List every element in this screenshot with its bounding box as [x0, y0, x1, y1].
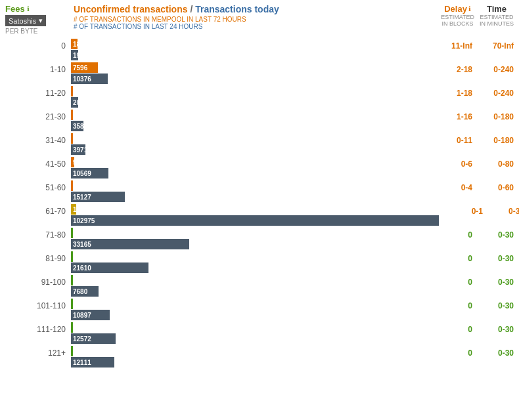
bar-row-top: 543 [71, 133, 428, 144]
chart-row: 91-100 131 7680 0 0-30 [5, 275, 514, 297]
time-value: 0-30 [478, 230, 514, 240]
fee-range-label: 21-30 [5, 110, 71, 121]
bars-container: 325 15127 [71, 180, 428, 202]
time-value: 0-240 [478, 89, 514, 98]
bar-row-top: 1405 [71, 204, 439, 215]
dropdown-arrow-icon: ▾ [39, 16, 43, 25]
bars-container: 7596 10376 [71, 62, 428, 84]
bars-container: 449 2065 [71, 86, 428, 108]
chart-area: 0 1834 1961 11-Inf 70-Inf 1-10 7596 [5, 39, 514, 368]
chart-row: 81-90 255 21610 0 0-30 [5, 251, 514, 273]
bar-row-top: 131 [71, 275, 428, 285]
bars-container: 131 7680 [71, 275, 428, 297]
bar-bottom: 33165 [71, 239, 189, 249]
bar-row-bottom: 3971 [71, 144, 428, 155]
bar-bottom: 1961 [71, 50, 78, 60]
dropdown-label: Satoshis [9, 17, 36, 25]
bar-row-top: 325 [71, 180, 428, 191]
chart-row: 111-120 152 12572 0 0-30 [5, 322, 514, 344]
bar-row-bottom: 12111 [71, 357, 428, 368]
unconfirmed-title: Unconfirmed transactions [74, 4, 187, 14]
fee-range-label: 121+ [5, 346, 71, 358]
fees-label: Fees [5, 4, 25, 14]
fee-range-label: 51-60 [5, 180, 71, 192]
bar-row-top: 237 [71, 346, 428, 356]
bars-container: 633 33165 [71, 228, 428, 249]
fee-range-label: 81-90 [5, 251, 71, 263]
bars-container: 161 10897 [71, 299, 428, 320]
chart-row: 31-40 543 3971 0-11 0-180 [5, 133, 514, 155]
fee-range-label: 11-20 [5, 86, 71, 98]
time-value: 0-180 [478, 136, 514, 145]
chart-row: 1-10 7596 10376 2-18 0-240 [5, 62, 514, 84]
delay-value: 0 [436, 278, 472, 287]
bar-bottom: 21610 [71, 262, 148, 273]
bar-row-bottom: 102975 [71, 215, 439, 226]
bar-row-top: 7596 [71, 62, 428, 73]
time-value: 0-180 [478, 112, 514, 121]
fee-range-label: 1-10 [5, 62, 71, 74]
delay-value: 2-18 [436, 65, 472, 74]
delay-value: 0-1 [447, 207, 483, 216]
bar-bottom: 12572 [71, 333, 116, 344]
bars-container: 1405 102975 [71, 204, 439, 226]
chart-row: 21-30 556 3582 1-16 0-180 [5, 110, 514, 131]
bar-row-bottom: 2065 [71, 97, 428, 108]
time-value: 0-30 [478, 325, 514, 334]
chart-row: 121+ 237 12111 0 0-30 [5, 346, 514, 368]
bars-container: 255 21610 [71, 251, 428, 273]
bar-row-top: 449 [71, 86, 428, 96]
bar-bottom: 102975 [71, 215, 439, 226]
bar-row-top: 993 [71, 157, 428, 167]
time-value: 0-35 [488, 207, 519, 216]
fees-dropdown[interactable]: Satoshis ▾ [5, 15, 46, 26]
bars-container: 556 3582 [71, 110, 428, 131]
sub-label-2: # OF TRANSACTIONS IN LAST 24 HOURS [74, 23, 428, 30]
bar-top: 131 [71, 275, 73, 285]
bar-top: 325 [71, 180, 73, 191]
time-header-label: Time [480, 4, 514, 14]
bar-row-bottom: 12572 [71, 333, 428, 344]
delay-value: 0 [436, 348, 472, 358]
fee-range-label: 111-120 [5, 322, 71, 334]
delay-value: 0 [436, 230, 472, 240]
sub-label-1: # OF TRANSACTIONS IN MEMPOOL IN LAST 72 … [74, 16, 428, 23]
delay-sub2: IN BLOCKS [441, 20, 474, 27]
bar-row-top: 556 [71, 110, 428, 120]
chart-row: 0 1834 1961 11-Inf 70-Inf [5, 39, 514, 60]
bar-row-bottom: 10376 [71, 74, 428, 84]
title-area: Unconfirmed transactions / Transactions … [71, 4, 428, 30]
bar-bottom: 10376 [71, 74, 108, 84]
time-value: 70-Inf [478, 41, 514, 51]
bar-row-top: 255 [71, 251, 428, 262]
time-value: 0-30 [478, 254, 514, 263]
bar-top: 161 [71, 299, 73, 309]
bar-top: 1405 [71, 204, 76, 215]
bar-bottom: 10897 [71, 310, 110, 320]
time-value: 0-30 [478, 348, 514, 358]
fee-range-label: 71-80 [5, 228, 71, 240]
bar-bottom: 12111 [71, 357, 114, 368]
bar-row-bottom: 10569 [71, 168, 428, 178]
bar-top: 237 [71, 346, 73, 356]
delay-value: 0-11 [436, 136, 472, 145]
bar-top: 152 [71, 322, 73, 333]
bar-bottom: 10569 [71, 168, 108, 178]
chart-row: 11-20 449 2065 1-18 0-240 [5, 86, 514, 108]
bar-row-top: 161 [71, 299, 428, 309]
bar-row-bottom: 21610 [71, 262, 428, 273]
delay-header-label: Delay [444, 4, 467, 14]
fee-range-label: 0 [5, 39, 71, 51]
time-value: 0-30 [478, 278, 514, 287]
bar-row-top: 1834 [71, 39, 428, 49]
bar-row-bottom: 33165 [71, 239, 428, 249]
delay-info-icon[interactable]: ℹ [468, 5, 471, 12]
time-sub1: ESTIMATED [480, 14, 514, 20]
bar-row-bottom: 10897 [71, 310, 428, 320]
bar-top: 556 [71, 110, 73, 120]
delay-value: 0 [436, 325, 472, 334]
chart-row: 71-80 633 33165 0 0-30 [5, 228, 514, 249]
bar-bottom: 15127 [71, 192, 125, 202]
today-title: Transactions today [195, 4, 279, 14]
fees-info-icon[interactable]: ℹ [27, 5, 30, 12]
